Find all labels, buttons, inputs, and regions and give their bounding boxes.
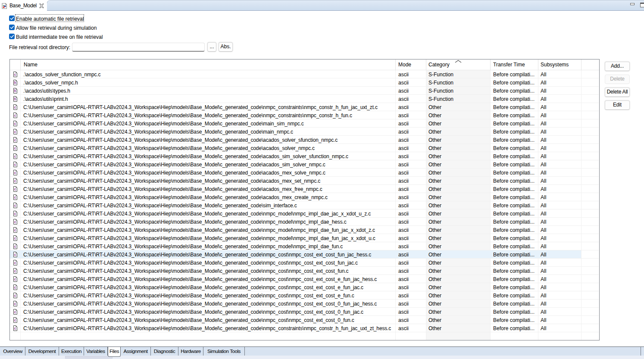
- svg-text:c: c: [14, 179, 16, 183]
- svg-text:c: c: [14, 220, 16, 224]
- svg-text:c: c: [14, 203, 16, 208]
- svg-text:c: c: [14, 253, 16, 257]
- svg-text:c: c: [14, 72, 16, 77]
- svg-text:c: c: [14, 138, 16, 142]
- svg-text:c: c: [14, 154, 16, 159]
- svg-text:c: c: [14, 302, 16, 306]
- svg-text:c: c: [14, 293, 16, 298]
- svg-text:c: c: [14, 130, 16, 134]
- svg-text:c: c: [14, 318, 16, 322]
- svg-text:h: h: [14, 81, 16, 85]
- svg-text:c: c: [14, 228, 16, 232]
- svg-text:c: c: [14, 244, 16, 249]
- svg-text:c: c: [14, 146, 16, 150]
- svg-text:h: h: [14, 89, 16, 93]
- svg-text:c: c: [14, 113, 16, 118]
- svg-text:c: c: [14, 171, 16, 175]
- svg-text:c: c: [14, 122, 16, 126]
- svg-text:c: c: [14, 236, 16, 240]
- svg-text:c: c: [14, 269, 16, 273]
- svg-text:c: c: [14, 310, 16, 314]
- svg-text:c: c: [14, 195, 16, 200]
- svg-text:c: c: [14, 261, 16, 265]
- svg-text:c: c: [14, 105, 16, 109]
- svg-text:h: h: [14, 97, 16, 101]
- svg-text:c: c: [14, 326, 16, 331]
- svg-text:c: c: [14, 162, 16, 167]
- svg-text:c: c: [14, 187, 16, 191]
- svg-text:c: c: [14, 277, 16, 281]
- svg-text:c: c: [14, 212, 16, 216]
- svg-text:c: c: [14, 285, 16, 290]
